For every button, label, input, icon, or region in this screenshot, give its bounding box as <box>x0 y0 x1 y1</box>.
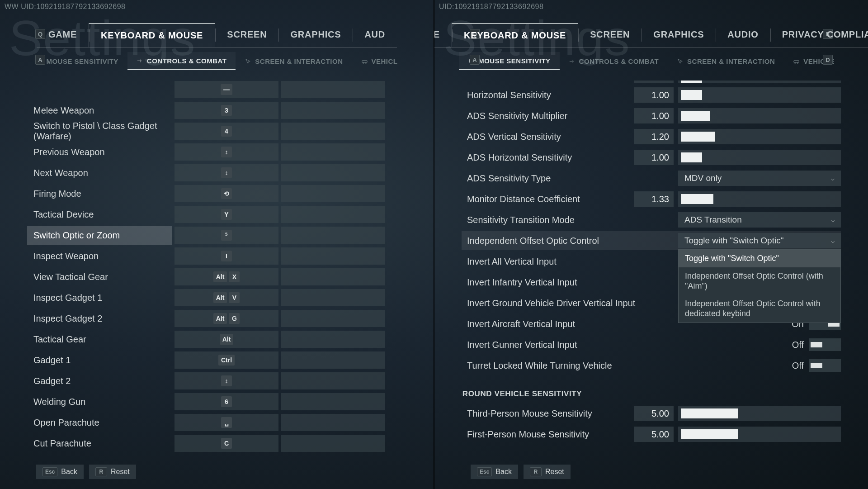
subtab-controls[interactable]: CONTROLS & COMBAT <box>560 52 668 70</box>
dropdown-sens-transition[interactable]: ADS Transition ⌵ <box>678 212 841 228</box>
toggle[interactable] <box>809 359 841 372</box>
value-input[interactable]: 5.00 <box>634 427 674 442</box>
bind-primary[interactable]: ⁵ <box>175 227 278 244</box>
value-input[interactable]: 1.00 <box>634 108 674 123</box>
bind-secondary[interactable] <box>281 123 385 140</box>
footer-left: Esc Back R Reset <box>36 465 136 479</box>
tab-audio[interactable]: AUDIO <box>716 23 770 47</box>
dropdown-ads-type[interactable]: MDV only ⌵ <box>678 171 841 186</box>
bind-secondary[interactable] <box>281 393 385 410</box>
keycap: I <box>221 251 232 261</box>
dropdown-option[interactable]: Independent Offset Optic Control with de… <box>679 295 840 323</box>
subtab-screen[interactable]: SCREEN & INTERACTION <box>236 52 352 70</box>
bind-primary[interactable]: ↕ <box>175 372 278 389</box>
bind-secondary[interactable] <box>281 247 385 265</box>
value-input[interactable]: 1.00 <box>634 87 674 103</box>
tab-privacy[interactable]: PRIVACY COMPLIANCE <box>770 23 868 47</box>
subtab-vehicle[interactable]: VEHICLE <box>784 52 844 70</box>
bind-secondary[interactable] <box>281 185 385 202</box>
bind-secondary[interactable] <box>281 289 385 306</box>
dropdown-option[interactable]: Independent Offset Optic Control (with "… <box>679 267 840 295</box>
bind-primary[interactable]: Alt <box>175 331 278 348</box>
tab-game[interactable]: GAME <box>37 23 89 47</box>
bind-primary[interactable]: 4 <box>175 123 278 140</box>
bind-primary[interactable]: 6 <box>175 393 278 410</box>
bind-primary[interactable]: ⟲ <box>175 185 278 202</box>
nav-key-d[interactable]: D <box>823 55 833 65</box>
bind-primary[interactable]: 3 <box>175 102 278 119</box>
tab-screen[interactable]: SCREEN <box>215 23 278 47</box>
bind-primary[interactable]: ␣ <box>175 414 278 431</box>
bind-secondary[interactable] <box>281 331 385 348</box>
slider[interactable] <box>678 129 841 144</box>
bind-primary[interactable]: AltX <box>175 268 278 285</box>
bind-secondary[interactable] <box>281 268 385 285</box>
tab-graphics[interactable]: GRAPHICS <box>278 23 353 47</box>
dropdown-option[interactable]: Toggle with "Switch Optic" <box>679 250 840 267</box>
value-input[interactable]: 5.00 <box>634 406 674 421</box>
bind-secondary-empty[interactable] <box>281 81 385 98</box>
subtab-screen[interactable]: SCREEN & INTERACTION <box>668 52 784 70</box>
bind-secondary[interactable] <box>281 310 385 327</box>
bind-primary[interactable]: ↕ <box>175 143 278 161</box>
slider[interactable] <box>678 427 841 442</box>
value-input[interactable]: 1.33 <box>634 191 674 207</box>
reset-button[interactable]: R Reset <box>89 465 136 479</box>
sub-tabs-left: MOUSE SENSITIVITY CONTROLS & COMBAT SCRE… <box>5 52 429 70</box>
bind-primary[interactable]: C <box>175 435 278 452</box>
setting-label: Sensitivity Transition Mode <box>462 215 678 225</box>
value-input[interactable]: 1.00 <box>634 150 674 165</box>
dropdown-offset-optic[interactable]: Toggle with "Switch Optic" ⌵ <box>678 233 841 248</box>
subtab-controls[interactable]: CONTROLS & COMBAT <box>127 52 236 70</box>
esc-keycap: Esc <box>477 467 492 476</box>
bind-secondary[interactable] <box>281 372 385 389</box>
bind-primary[interactable]: Ctrl <box>175 351 278 369</box>
tab-screen[interactable]: SCREEN <box>578 23 642 47</box>
nav-key-a[interactable]: A <box>470 55 480 65</box>
bind-secondary[interactable] <box>281 435 385 452</box>
bind-secondary[interactable] <box>281 227 385 244</box>
tab-keyboard[interactable]: KEYBOARD & MOUSE <box>89 23 215 47</box>
bind-secondary[interactable] <box>281 102 385 119</box>
nav-key-a[interactable]: A <box>35 55 45 65</box>
bind-secondary[interactable] <box>281 164 385 181</box>
slider[interactable] <box>678 108 841 123</box>
back-button[interactable]: Esc Back <box>36 465 84 479</box>
keycap: ␣ <box>221 417 232 428</box>
reset-label: Reset <box>111 468 130 476</box>
bind-primary[interactable]: AltV <box>175 289 278 306</box>
bind-secondary[interactable] <box>281 351 385 369</box>
bind-primary[interactable]: I <box>175 247 278 265</box>
bind-row: Switch Optic or Zoom⁵ <box>27 226 406 245</box>
keycap: 3 <box>221 105 232 116</box>
bind-primary[interactable]: ↕ <box>175 164 278 181</box>
setting-label: ADS Sensitivity Type <box>462 173 678 184</box>
bind-label: Gadget 2 <box>27 371 172 390</box>
tab-audio[interactable]: AUD <box>353 23 397 47</box>
slider-fragment[interactable] <box>678 81 841 83</box>
bind-secondary[interactable] <box>281 414 385 431</box>
slider[interactable] <box>678 191 841 207</box>
bind-primary-empty[interactable]: — <box>175 81 278 98</box>
bind-secondary[interactable] <box>281 206 385 223</box>
toggle[interactable] <box>809 338 841 351</box>
slider[interactable] <box>678 150 841 165</box>
keycap: C <box>221 438 232 449</box>
top-tabs: GAME KEYBOARD & MOUSE SCREEN GRAPHICS AU… <box>434 23 868 47</box>
bind-primary[interactable]: AltG <box>175 310 278 327</box>
tab-graphics[interactable]: GRAPHICS <box>642 23 716 47</box>
sub-tabs-right: MOUSE SENSITIVITY CONTROLS & COMBAT SCRE… <box>439 52 863 70</box>
bind-primary[interactable]: Y <box>175 206 278 223</box>
r-keycap: R <box>530 467 542 476</box>
slider[interactable] <box>678 406 841 421</box>
tab-keyboard[interactable]: KEYBOARD & MOUSE <box>452 23 578 47</box>
bind-secondary[interactable] <box>281 143 385 161</box>
subtab-vehicle[interactable]: VEHICL <box>352 52 407 70</box>
tab-game[interactable]: GAME <box>434 23 452 47</box>
chevron-down-icon: ⌵ <box>831 237 835 244</box>
value-input[interactable]: 1.20 <box>634 129 674 144</box>
slider[interactable] <box>678 87 841 103</box>
back-button[interactable]: Esc Back <box>471 465 518 479</box>
bind-label: Melee Weapon <box>27 101 172 120</box>
reset-button[interactable]: R Reset <box>524 465 571 479</box>
